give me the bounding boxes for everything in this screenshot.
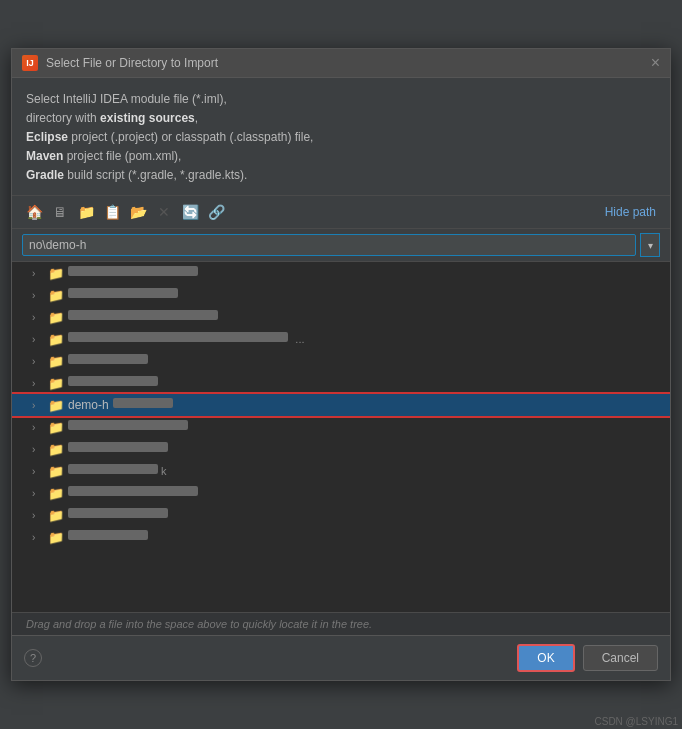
hide-path-button[interactable]: Hide path — [601, 203, 660, 221]
cancel-button[interactable]: Cancel — [583, 645, 658, 671]
folder-icon: 📁 — [48, 530, 64, 545]
tree-row[interactable]: › 📁 — [12, 262, 670, 284]
app-icon: IJ — [22, 55, 38, 71]
tree-row[interactable]: › 📁 — [12, 416, 670, 438]
desc-bold-gradle: Gradle — [26, 168, 64, 182]
folder-icon: 📁 — [48, 310, 64, 325]
footer: ? OK Cancel — [12, 635, 670, 680]
refresh-button[interactable]: 🔄 — [178, 200, 202, 224]
tree-row[interactable]: › 📁 — [12, 438, 670, 460]
desktop-button[interactable]: 🖥 — [48, 200, 72, 224]
tree-row[interactable]: › 📁 — [12, 482, 670, 504]
dialog: IJ Select File or Directory to Import × … — [11, 48, 671, 682]
folder-icon: 📁 — [48, 486, 64, 501]
toolbar: 🏠 🖥 📁 📋 📂 ✕ 🔄 🔗 Hide path — [12, 196, 670, 229]
expand-icon: › — [32, 356, 44, 367]
desc-bold-maven: Maven — [26, 149, 63, 163]
item-label: demo-h — [68, 398, 662, 412]
tree-row[interactable]: › 📁 — [12, 284, 670, 306]
expand-icon: › — [32, 400, 44, 411]
description: Select IntelliJ IDEA module file (*.iml)… — [12, 78, 670, 197]
ok-button[interactable]: OK — [517, 644, 574, 672]
clipboard-button[interactable]: 📋 — [100, 200, 124, 224]
expand-icon: › — [32, 312, 44, 323]
expand-icon: › — [32, 488, 44, 499]
desc-line4: Maven project file (pom.xml), — [26, 147, 656, 166]
tree-row[interactable]: › 📁 ... — [12, 328, 670, 350]
path-row: ▾ — [12, 229, 670, 262]
item-label — [68, 310, 662, 324]
folder-icon: 📁 — [48, 332, 64, 347]
item-label: k — [68, 464, 662, 478]
new-folder-button[interactable]: 📁 — [74, 200, 98, 224]
folder-icon: 📁 — [48, 354, 64, 369]
folder-icon: 📁 — [48, 508, 64, 523]
link-button[interactable]: 🔗 — [204, 200, 228, 224]
drag-hint: Drag and drop a file into the space abov… — [12, 612, 670, 635]
folder-icon: 📁 — [48, 288, 64, 303]
folder-icon: 📁 — [48, 464, 64, 479]
item-label — [68, 442, 662, 456]
demo-h-tree-row[interactable]: › 📁 demo-h — [12, 394, 670, 416]
item-label: ... — [68, 332, 662, 346]
title-bar: IJ Select File or Directory to Import × — [12, 49, 670, 78]
close-button[interactable]: × — [651, 55, 660, 71]
folder-icon: 📁 — [48, 376, 64, 391]
item-label — [68, 508, 662, 522]
item-label — [68, 420, 662, 434]
expand-icon: › — [32, 378, 44, 389]
desc-line5: Gradle build script (*.gradle, *.gradle.… — [26, 166, 656, 185]
expand-icon: › — [32, 268, 44, 279]
tree-row[interactable]: › 📁 — [12, 306, 670, 328]
folder-icon: 📁 — [48, 398, 64, 413]
folder-icon: 📁 — [48, 420, 64, 435]
dialog-title: Select File or Directory to Import — [46, 56, 643, 70]
item-label — [68, 266, 662, 280]
tree-row[interactable]: › 📁 — [12, 504, 670, 526]
tree-row[interactable]: › 📁 k — [12, 460, 670, 482]
help-button[interactable]: ? — [24, 649, 42, 667]
expand-icon: › — [32, 422, 44, 433]
expand-icon: › — [32, 466, 44, 477]
desc-line2: directory with existing sources, — [26, 109, 656, 128]
item-label — [68, 376, 662, 390]
folder-icon: 📁 — [48, 266, 64, 281]
item-label — [68, 486, 662, 500]
item-label — [68, 354, 662, 368]
desc-bold-existing: existing sources — [100, 111, 195, 125]
delete-button[interactable]: ✕ — [152, 200, 176, 224]
desc-line3: Eclipse project (.project) or classpath … — [26, 128, 656, 147]
expand-icon: › — [32, 290, 44, 301]
folder-icon: 📁 — [48, 442, 64, 457]
expand-icon: › — [32, 444, 44, 455]
tree-row[interactable]: › 📁 — [12, 350, 670, 372]
expand-icon: › — [32, 334, 44, 345]
tree-row[interactable]: › 📁 — [12, 526, 670, 548]
path-dropdown[interactable]: ▾ — [640, 233, 660, 257]
expand-icon: › — [32, 532, 44, 543]
home-button[interactable]: 🏠 — [22, 200, 46, 224]
expand-icon: › — [32, 510, 44, 521]
item-label — [68, 530, 662, 544]
open-folder-button[interactable]: 📂 — [126, 200, 150, 224]
desc-bold-eclipse: Eclipse — [26, 130, 68, 144]
tree-row[interactable]: › 📁 — [12, 372, 670, 394]
path-input[interactable] — [22, 234, 636, 256]
file-tree[interactable]: › 📁 › 📁 › 📁 › 📁 — [12, 262, 670, 612]
desc-line1: Select IntelliJ IDEA module file (*.iml)… — [26, 90, 656, 109]
watermark: CSDN @LSYING1 — [594, 716, 678, 727]
item-label — [68, 288, 662, 302]
